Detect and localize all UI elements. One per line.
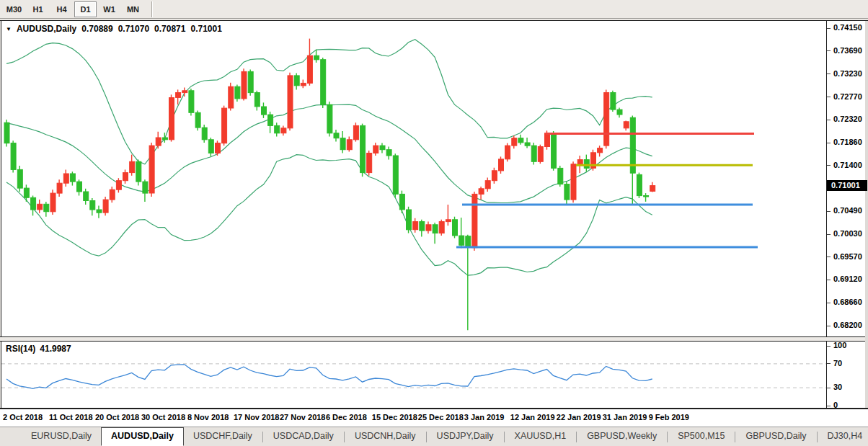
tab-usdcnh-daily[interactable]: USDCNH,Daily [345,427,425,446]
price-tick-mark [827,257,831,257]
chart-symbol-label: AUDUSD,Daily [17,24,76,34]
main-chart-plot[interactable]: ▼ AUDUSD,Daily 0.70889 0.71070 0.70871 0… [1,21,826,336]
date-axis[interactable]: 2 Oct 201811 Oct 201820 Oct 201830 Oct 2… [0,409,868,427]
timeframe-button-d1[interactable]: D1 [74,1,97,17]
rsi-tick-mark [827,388,831,388]
tab-usdcad-daily[interactable]: USDCAD,Daily [264,427,343,446]
tab-separator [426,432,427,442]
rsi-name: RSI(14) [6,344,35,354]
tab-separator [667,432,668,442]
tab-usdchf-daily[interactable]: USDCHF,Daily [184,427,262,446]
price-tick-label: 0.72770 [833,92,862,101]
price-tick-mark [827,211,831,212]
rsi-tick-label: 70 [833,359,842,367]
date-label: 8 Nov 2018 [187,413,229,422]
hline-objects [456,134,758,248]
timeframe-button-w1[interactable]: W1 [98,1,120,17]
rsi-axis[interactable]: 10070300 [827,342,868,408]
chart-dropdown-icon[interactable]: ▼ [6,26,12,32]
price-tick-mark [827,303,831,303]
tab-separator [262,432,263,442]
price-tick-label: 0.73230 [833,69,862,78]
date-label: 3 Jan 2019 [464,413,505,422]
tab-audusd-daily[interactable]: AUDUSD,Daily [101,427,184,446]
timeframe-button-h4[interactable]: H4 [50,1,73,17]
date-label: 12 Jan 2019 [510,413,555,422]
tab-eurusd-daily[interactable]: EURUSD,Daily [22,427,101,446]
date-label: 15 Dec 2018 [372,413,417,422]
toolbar-separator [151,1,153,17]
ohlc-open: 0.70889 [81,24,112,34]
window-edge-strip [865,21,868,408]
chart-title: ▼ AUDUSD,Daily 0.70889 0.71070 0.70871 0… [6,24,222,34]
tab-gbpusd-daily[interactable]: GBPUSD,Daily [736,427,815,446]
price-tick-label: 0.70490 [833,206,862,215]
price-tick-mark [827,28,831,29]
tab-separator [344,432,345,442]
current-price-badge: 0.71001 [827,180,867,191]
ohlc-low: 0.70871 [154,24,185,34]
candlestick-canvas[interactable] [1,21,826,336]
rsi-indicator-pane[interactable]: RSI(14) 41.9987 [1,342,826,408]
tab-gbpusd-weekly[interactable]: GBPUSD,Weekly [577,427,666,446]
tab-usdjpy-daily[interactable]: USDJPY,Daily [428,427,503,446]
price-tick-mark [827,326,831,326]
date-label: 17 Nov 2018 [234,413,280,422]
tab-separator [576,432,577,442]
price-tick-label: 0.71860 [833,138,862,146]
tab-separator [504,432,505,442]
date-label: 9 Feb 2019 [649,413,689,422]
price-axis[interactable]: 0.741500.736900.732300.727700.723200.718… [827,21,868,336]
price-tick-label: 0.73690 [833,46,862,55]
date-label: 25 Dec 2018 [418,413,464,422]
price-tick-mark [827,120,831,120]
timeframe-button-mn[interactable]: MN [122,1,144,17]
date-label: 27 Nov 2018 [280,413,326,422]
chart-tab-bar: EURUSD,DailyAUDUSD,DailyUSDCHF,DailyUSDC… [0,427,868,446]
rsi-value: 41.9987 [40,344,71,354]
rsi-tick-label: 100 [833,341,846,349]
date-label: 2 Oct 2018 [3,413,43,422]
date-label: 6 Dec 2018 [326,413,367,422]
price-tick-label: 0.68200 [833,321,862,329]
rsi-tick-mark [827,346,831,347]
rsi-tick-label: 30 [833,383,842,391]
price-tick-label: 0.68660 [833,298,862,306]
price-tick-label: 0.72320 [833,115,862,123]
price-tick-label: 0.70030 [833,229,862,238]
ohlc-close: 0.71001 [190,24,221,34]
rsi-line [6,365,652,389]
price-tick-mark [827,97,831,97]
rsi-tick-mark [827,406,831,406]
date-label: 11 Oct 2018 [49,413,93,422]
tabs-holder: EURUSD,DailyAUDUSD,DailyUSDCHF,DailyUSDC… [22,427,868,446]
date-label: 30 Oct 2018 [141,413,185,422]
price-tick-label: 0.69570 [833,252,862,261]
tab-sp500-m15[interactable]: SP500,M15 [668,427,734,446]
tab-separator [735,432,735,442]
price-tick-mark [827,280,831,280]
ohlc-high: 0.71070 [118,24,149,34]
candles-layer [4,39,655,331]
rsi-tick-label: 0 [833,401,838,409]
price-tick-mark [827,234,831,235]
price-tick-label: 0.69120 [833,275,862,283]
price-tick-label: 0.71400 [833,161,862,169]
timeframe-button-h1[interactable]: H1 [27,1,49,17]
price-tick-mark [827,73,831,74]
rsi-canvas[interactable] [1,342,826,408]
tab-xauusd-h1[interactable]: XAUUSD,H1 [505,427,576,446]
date-label: 31 Jan 2019 [603,413,647,422]
date-label: 22 Jan 2019 [557,413,601,422]
price-tick-mark [827,143,831,143]
price-tick-mark [827,50,831,51]
tab-dj30-h4[interactable]: DJ30,H4 [818,427,868,446]
date-label: 20 Oct 2018 [95,413,139,422]
timeframe-toolbar: M30H1H4D1W1MN [0,0,868,19]
rsi-indicator-label: RSI(14) 41.9987 [6,344,71,354]
price-tick-label: 0.74150 [833,23,862,32]
price-tick-mark [827,165,831,166]
rsi-tick-mark [827,363,831,364]
tab-separator [817,432,818,442]
timeframe-button-m30[interactable]: M30 [3,1,25,17]
